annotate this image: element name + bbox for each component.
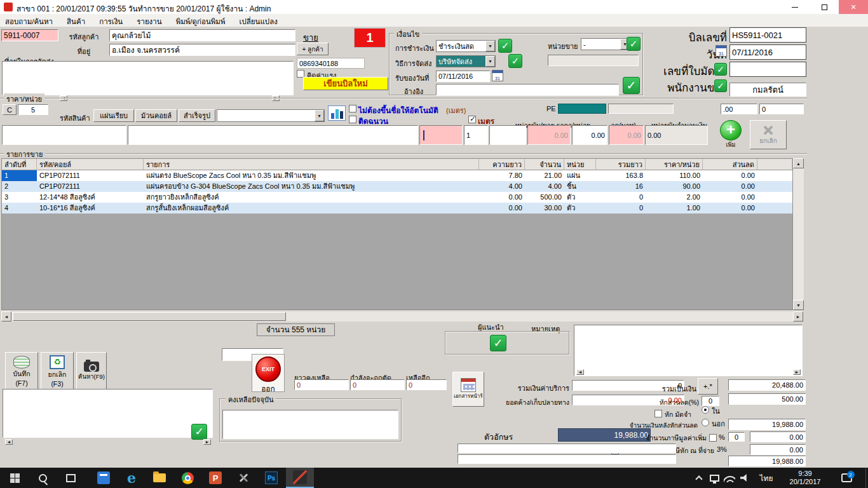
maximize-button[interactable] (810, 0, 839, 14)
task-view-button[interactable] (57, 468, 84, 488)
scrollbar-thumb[interactable] (13, 312, 286, 321)
conditions-confirm-check-icon[interactable] (623, 77, 640, 94)
entry-unit-field[interactable] (489, 125, 526, 145)
scroll-right-icon[interactable] (793, 369, 801, 375)
reference-field[interactable] (436, 84, 619, 95)
deposit-check-icon[interactable] (714, 63, 727, 76)
scroll-left-icon[interactable] (5, 439, 13, 445)
show-desktop-button[interactable] (865, 468, 868, 488)
flat-sheet-button[interactable]: แผ่นเรียบ (93, 109, 134, 122)
customer-code-field[interactable]: 5911-0007 (1, 29, 58, 41)
auto-name-checkbox[interactable] (349, 105, 356, 112)
vat-pct-field[interactable]: 0 (728, 432, 745, 442)
taskbar-app-calculator[interactable] (90, 468, 117, 488)
entry-length-field[interactable] (419, 125, 463, 145)
entry-description-field[interactable] (128, 125, 418, 145)
entry-discount-field[interactable]: 0.00 (572, 125, 607, 145)
search-button[interactable]: ค้นหา(F9) (76, 352, 107, 390)
phone-field[interactable]: 0869340188 (297, 58, 365, 69)
taskbar-app-tools[interactable] (230, 468, 257, 488)
chevron-down-icon[interactable] (485, 41, 495, 51)
horizontal-scrollbar[interactable] (11, 311, 793, 322)
entry-code-field[interactable] (2, 125, 126, 145)
adjust-button[interactable]: +.* (698, 378, 718, 395)
taskbar-app-powerpoint[interactable] (202, 468, 229, 488)
insulation-checkbox[interactable] (349, 116, 356, 123)
menu-item-change[interactable]: เปลี่ยนแปลง (240, 16, 278, 27)
seller-field[interactable]: กมลรัตน์ (729, 83, 806, 97)
chart-icon[interactable] (328, 105, 346, 121)
meter-checkbox[interactable] (468, 116, 476, 123)
deposit-deduct-checkbox[interactable] (654, 410, 662, 417)
cancel-button[interactable]: ยกเลิก (F3) (41, 352, 74, 390)
seller-check-icon[interactable] (714, 79, 727, 92)
menu-item-print[interactable]: พิมพ์/ดูก่อนพิมพ์ (176, 16, 226, 27)
clear-button[interactable]: C (3, 104, 17, 115)
vat-checkbox[interactable] (709, 434, 717, 442)
scroll-down-icon[interactable] (793, 300, 804, 310)
bill-date-field[interactable]: 07/11/2016 (729, 44, 806, 60)
taskbar-search-button[interactable] (29, 468, 56, 488)
delivery-confirm-check-icon[interactable] (508, 54, 522, 68)
taskbar-app-photoshop[interactable] (258, 468, 285, 488)
new-bill-button[interactable]: เขียนบิลใหม่ (303, 77, 388, 90)
coil-button[interactable]: ม้วนคอยล์ (135, 109, 177, 122)
add-customer-button[interactable]: + ลูกค้า (297, 43, 329, 55)
vat-excluded-radio[interactable] (702, 419, 709, 426)
chevron-down-icon[interactable] (315, 110, 324, 121)
customer-name-field[interactable]: คุณกล้วยไม้ (109, 29, 295, 41)
calendar-icon[interactable]: 31 (492, 70, 503, 81)
taskbar-app-file-explorer[interactable] (146, 468, 173, 488)
zero-field[interactable]: 0 (759, 104, 804, 114)
delivery-dropdown[interactable]: บริษัทจัดส่ง (436, 55, 496, 67)
address-field[interactable]: อ.เมือง จ.นครสวรรค์ (109, 44, 295, 56)
tray-expand-button[interactable] (691, 468, 707, 488)
close-button[interactable] (839, 0, 868, 14)
tray-wifi-button[interactable] (722, 468, 737, 488)
product-dropdown[interactable] (217, 109, 325, 122)
scroll-up-icon[interactable] (793, 158, 804, 168)
minimize-button[interactable] (780, 0, 810, 14)
taskbar-app-chrome[interactable] (174, 468, 201, 488)
vertical-scrollbar[interactable] (793, 168, 804, 300)
payment-confirm-check-icon[interactable] (498, 39, 512, 53)
vat-included-radio[interactable] (702, 406, 709, 414)
list-confirm-check-icon[interactable] (191, 424, 207, 440)
table-row[interactable]: 1CP1P072111แผ่นตรง BlueScope Zacs Cool ห… (2, 170, 792, 181)
multiplier-field[interactable]: 5 (18, 104, 48, 115)
taskbar-app-edge[interactable] (118, 468, 145, 488)
note-field[interactable] (574, 325, 803, 376)
menu-item-inquiry[interactable]: สอบถาม/ค้นหา (5, 16, 53, 27)
scroll-right-icon[interactable] (793, 311, 803, 322)
tray-network-button[interactable] (707, 468, 722, 488)
save-button[interactable]: บันทึก (F7) (5, 352, 38, 390)
cancel-item-button[interactable]: ยกเลิก (750, 120, 787, 149)
payment-dropdown[interactable]: ชำระเงินสด (436, 40, 496, 52)
scroll-left-icon[interactable] (1, 311, 11, 322)
menu-item-finance[interactable]: การเงิน (99, 16, 123, 27)
discount-pct-field[interactable]: 0 (702, 396, 719, 406)
action-center-button[interactable]: 2 (839, 468, 854, 488)
menu-item-reports[interactable]: รายงาน (137, 16, 161, 27)
finished-goods-button[interactable]: สำเร็จรูป (179, 109, 215, 122)
language-indicator[interactable]: ไทย (755, 468, 778, 488)
sale-unit-dropdown[interactable]: - (581, 38, 630, 50)
start-button[interactable] (1, 468, 28, 488)
tray-volume-button[interactable] (737, 468, 752, 488)
deposit-no-field[interactable] (729, 62, 806, 77)
exit-button[interactable]: EXIT (255, 356, 281, 382)
receive-date-field[interactable]: 07/11/2016 (436, 71, 490, 82)
table-row[interactable]: 2CP1P072111แผ่นครอบข้าง G-304 BlueScope … (2, 181, 792, 192)
taskbar-app-pos-active[interactable] (286, 468, 314, 488)
menu-item-products[interactable]: สินค้า (67, 16, 85, 27)
entry-qty-field[interactable]: 1 (464, 125, 488, 145)
calendar-icon[interactable]: 31 (715, 45, 727, 57)
entry-price-field[interactable]: 0.00 (527, 125, 571, 145)
clock[interactable]: 9:39 20/1/2017 (782, 470, 829, 486)
decimal-field[interactable]: .00 (721, 104, 757, 114)
scroll-left-icon[interactable] (576, 369, 584, 375)
chevron-down-icon[interactable] (485, 56, 495, 67)
sale-unit-check-icon[interactable] (627, 37, 641, 51)
add-item-button[interactable]: เพิ่ม (715, 120, 746, 149)
table-row[interactable]: 410-16*16 สีอลูซิงค์สกรูสั้นยิงเหล็กผอมส… (2, 203, 792, 214)
